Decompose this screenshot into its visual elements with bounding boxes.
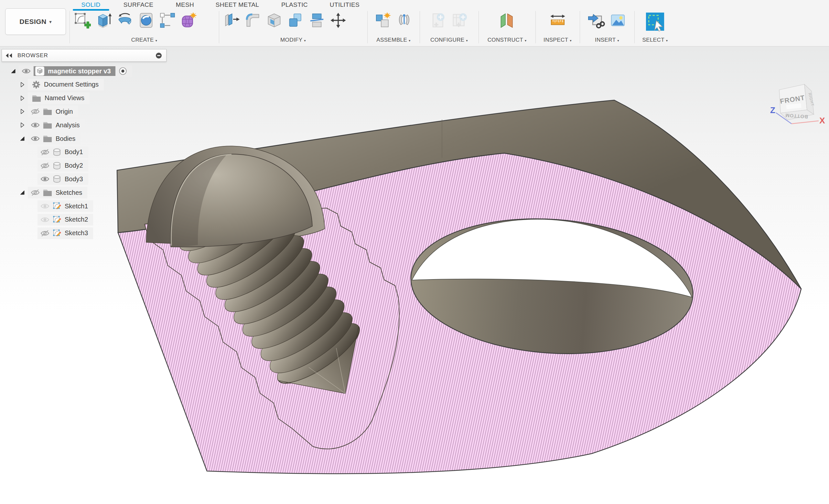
browser-row-sketch1[interactable]: Sketch1 xyxy=(37,200,93,212)
visibility-eye-icon[interactable] xyxy=(40,229,50,237)
split-body-icon[interactable] xyxy=(308,12,326,29)
tree-item-label: Sketches xyxy=(56,189,82,196)
tree-item-chip[interactable]: Body3 xyxy=(37,173,88,185)
tree-item-label: Origin xyxy=(56,108,73,115)
viewcube[interactable]: FRONT BOTTOM RIGHT Z X xyxy=(770,84,825,125)
expand-arrow-icon[interactable] xyxy=(18,189,27,196)
new-component-icon[interactable] xyxy=(374,12,392,29)
browser-row-body2[interactable]: Body2 xyxy=(37,160,88,171)
tab-plastic[interactable]: PLASTIC xyxy=(281,1,308,8)
tree-item-label: Sketch1 xyxy=(65,202,88,210)
combine-icon[interactable] xyxy=(287,12,304,29)
browser-row-sketch3[interactable]: Sketch3 xyxy=(37,227,93,239)
revolve-icon[interactable] xyxy=(116,12,134,29)
measure-icon[interactable] xyxy=(549,12,567,29)
toolbar-group-label[interactable]: MODIFY▾ xyxy=(219,37,367,43)
activate-component-radio[interactable] xyxy=(119,67,127,75)
configuration-icon[interactable] xyxy=(430,12,447,29)
tab-surface[interactable]: SURFACE xyxy=(123,1,153,8)
fillet-icon[interactable] xyxy=(244,12,261,29)
collapse-arrow-icon[interactable] xyxy=(18,81,27,88)
hole-icon[interactable] xyxy=(137,12,155,29)
design-workspace-button[interactable]: DESIGN ▾ xyxy=(5,8,66,35)
extrude-icon[interactable] xyxy=(95,12,112,29)
body-icon xyxy=(52,175,62,184)
press-pull-icon[interactable] xyxy=(223,12,240,29)
tree-item-chip[interactable]: Body2 xyxy=(37,160,88,171)
toolbar-divider xyxy=(535,11,536,43)
tab-solid[interactable]: SOLID xyxy=(81,1,100,8)
tab-sheet-metal[interactable]: SHEET METAL xyxy=(216,1,259,8)
model-scene[interactable]: FRONT BOTTOM RIGHT Z X xyxy=(0,46,829,504)
toolbar-group-label[interactable]: ASSEMBLE▾ xyxy=(367,37,420,43)
visibility-eye-icon[interactable] xyxy=(40,175,50,183)
design-workspace-label: DESIGN xyxy=(20,18,46,26)
selected-component-highlight[interactable]: magnetic stopper v3 xyxy=(34,66,115,76)
browser-row-origin[interactable]: Origin xyxy=(18,106,78,117)
form-icon[interactable] xyxy=(180,12,197,29)
tree-item-chip[interactable]: Sketch1 xyxy=(37,200,93,212)
move-icon[interactable] xyxy=(329,12,347,29)
tree-item-chip[interactable]: Document Settings xyxy=(28,79,104,90)
browser-row-bodies[interactable]: Bodies xyxy=(18,133,80,145)
browser-row-body3[interactable]: Body3 xyxy=(37,173,88,185)
browser-row-document-settings[interactable]: Document Settings xyxy=(18,79,104,90)
visibility-eye-icon[interactable] xyxy=(40,216,50,224)
browser-row-magnetic-stopper-v3[interactable]: magnetic stopper v3 xyxy=(9,65,132,77)
tree-item-label: Sketch3 xyxy=(65,229,88,237)
visibility-eye-icon[interactable] xyxy=(40,162,50,169)
tree-item-chip[interactable]: Body1 xyxy=(37,146,88,158)
toolbar-group-label[interactable]: INSERT▾ xyxy=(580,37,634,43)
tab-label: SOLID xyxy=(81,1,100,8)
collapse-arrow-icon[interactable] xyxy=(18,95,27,102)
toolbar-group-create: CREATE▾ xyxy=(70,10,219,45)
collapse-arrow-icon[interactable] xyxy=(18,122,27,128)
tree-item-chip[interactable]: Named Views xyxy=(28,92,89,104)
shell-icon[interactable] xyxy=(265,12,283,29)
configuration-table-icon[interactable] xyxy=(451,12,468,29)
tree-item-chip[interactable]: Sketch2 xyxy=(37,214,93,226)
tree-item-chip[interactable]: magnetic stopper v3 xyxy=(19,65,132,77)
browser-row-sketches[interactable]: Sketches xyxy=(18,187,87,198)
browser-row-sketch2[interactable]: Sketch2 xyxy=(37,214,93,226)
toolbar-group-label[interactable]: CREATE▾ xyxy=(70,37,219,43)
insert-derive-icon[interactable] xyxy=(588,12,605,29)
visibility-eye-icon[interactable] xyxy=(21,67,31,75)
create-sketch-icon[interactable] xyxy=(73,12,91,29)
toolbar-group-insert: INSERT▾ xyxy=(580,10,634,45)
expand-arrow-icon[interactable] xyxy=(18,135,27,142)
select-icon[interactable] xyxy=(645,12,665,32)
visibility-eye-icon[interactable] xyxy=(30,108,40,115)
toolbar-group-label[interactable]: CONFIGURE▾ xyxy=(420,37,478,43)
browser-row-named-views[interactable]: Named Views xyxy=(18,92,89,104)
collapse-arrow-icon[interactable] xyxy=(18,108,27,115)
tree-item-chip[interactable]: Sketches xyxy=(28,187,87,198)
joint-icon[interactable] xyxy=(395,12,413,29)
browser-row-body1[interactable]: Body1 xyxy=(37,146,88,158)
visibility-eye-icon[interactable] xyxy=(30,121,40,129)
visibility-eye-icon[interactable] xyxy=(40,148,50,156)
tab-utilities[interactable]: UTILITIES xyxy=(330,1,360,8)
construction-plane-icon[interactable] xyxy=(498,12,516,29)
rectangular-pattern-icon[interactable] xyxy=(159,12,176,29)
browser-row-analysis[interactable]: Analysis xyxy=(18,119,85,131)
display-settings-icon[interactable] xyxy=(155,52,162,59)
toolbar-group-label[interactable]: CONSTRUCT▾ xyxy=(478,37,535,43)
visibility-eye-icon[interactable] xyxy=(40,202,50,210)
visibility-eye-icon[interactable] xyxy=(30,189,40,196)
toolbar-divider xyxy=(219,11,219,43)
toolbar-group-label[interactable]: INSPECT▾ xyxy=(535,37,580,43)
visibility-eye-icon[interactable] xyxy=(30,135,40,143)
toolbar-group-label[interactable]: SELECT▾ xyxy=(634,37,676,43)
tree-item-chip[interactable]: Analysis xyxy=(28,119,85,131)
viewport-canvas[interactable]: FRONT BOTTOM RIGHT Z X xyxy=(0,46,829,504)
tab-mesh[interactable]: MESH xyxy=(176,1,194,8)
expand-arrow-icon[interactable] xyxy=(9,68,17,74)
collapse-panel-icon[interactable] xyxy=(5,53,13,59)
insert-image-icon[interactable] xyxy=(609,12,626,29)
tab-label: UTILITIES xyxy=(330,1,360,8)
tree-item-chip[interactable]: Origin xyxy=(28,106,78,117)
browser-panel-title: BROWSER xyxy=(17,52,155,59)
tree-item-chip[interactable]: Bodies xyxy=(28,133,80,145)
tree-item-chip[interactable]: Sketch3 xyxy=(37,227,93,239)
